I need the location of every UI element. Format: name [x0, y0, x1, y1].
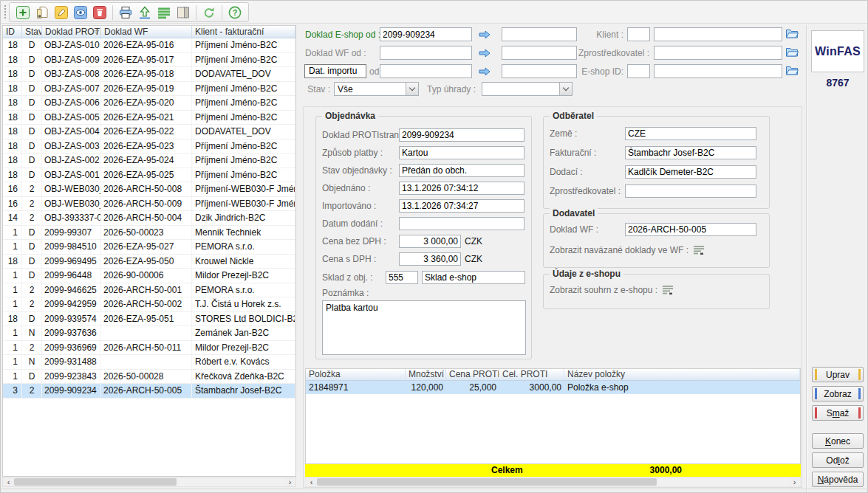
scroll-right-icon[interactable]: › [284, 478, 295, 486]
objednano-input[interactable] [399, 182, 524, 195]
table-row[interactable]: 18 D OBJ-ZAS-010 2026-EZA-95-016 Příjmen… [3, 38, 295, 53]
table-row[interactable]: 18 D OBJ-ZAS-002 2026-EZA-95-024 Příjmen… [3, 154, 295, 168]
sklad-name-input[interactable] [422, 271, 525, 284]
importovano-input[interactable] [399, 199, 524, 213]
delete-icon[interactable] [92, 4, 108, 21]
column-header-nazev-polozky[interactable]: Název položky [564, 369, 800, 380]
items-table-header: Položka Množství Cena PROTI Cel. PROTI N… [306, 369, 800, 381]
table-row[interactable]: 16 2 OBJ-WEB030_ 2026-ARCH-50-009 Příjme… [3, 197, 295, 212]
item-row[interactable]: 21848971 120,000 25,000 3000,00 Položka … [306, 381, 800, 394]
datum-dodani-input[interactable] [399, 217, 524, 230]
column-header-cel-proti[interactable]: Cel. PROTI [499, 369, 564, 380]
table-row[interactable]: 1 2 2099-936969 2026-ARCH-50-011 Mildor … [3, 341, 295, 356]
table-row[interactable]: 1 N 2099-931488 Róbert e.v. Kovács [3, 355, 295, 370]
date-import-selector[interactable]: Dat. importu [304, 64, 366, 78]
filter-eshop-od-input[interactable] [380, 27, 472, 41]
column-header-polozka[interactable]: Položka [306, 369, 406, 380]
klient-code-input[interactable] [627, 27, 650, 41]
table-row[interactable]: 18 D OBJ-ZAS-008 2026-EZA-95-018 DODAVAT… [3, 67, 295, 82]
filter-import-od-input[interactable] [380, 64, 472, 78]
column-header-doklad-proti[interactable]: Doklad PROTI▽ [42, 26, 101, 38]
column-header-id[interactable]: ID [3, 26, 22, 38]
eshop-id-browse-folder-icon[interactable] [785, 64, 800, 76]
cena-s-dph-input[interactable] [399, 252, 461, 266]
columns-icon[interactable] [175, 4, 191, 21]
orders-table: ID Stav Doklad PROTI▽ Doklad WF Klient -… [2, 25, 296, 477]
orders-horizontal-scrollbar[interactable]: ‹ › [2, 477, 296, 487]
sklad-code-input[interactable] [386, 271, 418, 284]
stav-objednavky-input[interactable] [399, 164, 524, 177]
edit-icon[interactable] [53, 4, 69, 21]
help-icon[interactable]: ? [227, 4, 243, 21]
napoveda-button[interactable]: Nápověda [812, 472, 864, 487]
konec-button[interactable]: Konec [812, 433, 864, 449]
zprostredkovatel-input[interactable] [654, 46, 782, 60]
sort-descending-icon: ▽ [95, 27, 99, 38]
table-row[interactable]: 18 D 2099-969495 2026-EZA-95-050 Krouwel… [3, 255, 295, 269]
eshop-id-code-input[interactable] [627, 64, 650, 78]
filter-eshop-id-label: E-shop ID: [550, 65, 623, 78]
zobraz-button[interactable]: Zobraz [812, 386, 864, 401]
table-row[interactable]: 18 D OBJ-ZAS-004 2026-EZA-95-022 DODAVAT… [3, 125, 295, 139]
show-eshop-summary-icon[interactable] [662, 285, 674, 295]
zeme-input[interactable] [625, 127, 756, 140]
table-row[interactable]: 16 2 OBJ-WEB030_ 2026-ARCH-50-008 Příjme… [3, 182, 295, 197]
odloz-button[interactable]: Odlož [812, 452, 864, 468]
show-linked-documents-icon[interactable] [693, 245, 705, 255]
table-row[interactable]: 18 D OBJ-ZAS-001 2026-EZA-95-025 Příjmen… [3, 168, 295, 183]
table-row[interactable]: 18 D OBJ-ZAS-009 2026-EZA-95-017 Příjmen… [3, 53, 295, 68]
uprav-button[interactable]: Uprav [812, 367, 864, 382]
print-icon[interactable] [117, 4, 134, 21]
table-row[interactable]: 18 D 2099-939574 2026-EZA-95-051 STORES … [3, 312, 295, 327]
chevron-down-icon[interactable] [559, 83, 572, 95]
table-row[interactable]: 1 2 2099-946625 2026-ARCH-50-001 PEMORA … [3, 283, 295, 298]
filter-wf-od-input[interactable] [380, 46, 472, 60]
column-header-cena-proti[interactable]: Cena PROTI [446, 369, 499, 380]
items-horizontal-scrollbar[interactable]: ‹ › [305, 477, 801, 487]
poznamka-textarea[interactable]: Platba kartou [322, 300, 526, 355]
refresh-icon[interactable] [201, 4, 217, 21]
toolbar-grip[interactable] [4, 4, 7, 20]
copy-icon[interactable] [34, 4, 50, 21]
table-row[interactable]: 18 D OBJ-ZAS-005 2026-EZA-95-021 Příjmen… [3, 111, 295, 125]
smaz-button[interactable]: Smaž [812, 405, 864, 421]
table-row[interactable]: 18 D OBJ-ZAS-003 2026-EZA-95-023 Příjmen… [3, 139, 295, 154]
customer-zprostredkovatel-input[interactable] [625, 185, 756, 198]
export-icon[interactable] [137, 4, 153, 21]
table-row[interactable]: 1 D 2099-99307 2026-50-00023 Mennik Tech… [3, 226, 295, 241]
add-icon[interactable] [15, 4, 31, 21]
scrollbar-thumb[interactable] [317, 478, 657, 486]
zpusob-platby-input[interactable] [399, 146, 524, 159]
eshop-id-name-input[interactable] [654, 64, 782, 78]
table-row[interactable]: 1 2 2099-942959 2026-ARCH-50-002 T.J. Či… [3, 297, 295, 312]
klient-name-input[interactable] [654, 27, 782, 41]
scroll-left-icon[interactable]: ‹ [306, 478, 317, 486]
table-row[interactable]: 3 2 2099-909234 2026-ARCH-50-005 Štambac… [3, 384, 295, 399]
typ-uhrady-combobox[interactable] [482, 82, 573, 96]
zprostredkovatel-browse-folder-icon[interactable] [785, 46, 800, 58]
table-row[interactable]: 1 N 2099-937636 Zemánek Jan-B2C [3, 326, 295, 341]
stav-combobox[interactable]: Vše [334, 82, 419, 96]
table-row[interactable]: 1 D 2099-984510 2026-EZA-95-027 PEMORA s… [3, 240, 295, 255]
scroll-right-icon[interactable]: › [789, 478, 800, 486]
supplier-doklad-wf-input[interactable] [625, 223, 756, 236]
table-row[interactable]: 1 D 2099-96448 2026-90-00006 Mildor Prez… [3, 269, 295, 283]
column-header-mnozstvi[interactable]: Množství [406, 369, 446, 380]
table-row[interactable]: 18 D OBJ-ZAS-006 2026-EZA-95-020 Příjmen… [3, 96, 295, 111]
fakturacni-input[interactable] [625, 146, 756, 159]
cena-bez-dph-input[interactable] [399, 235, 461, 248]
column-header-doklad-wf[interactable]: Doklad WF [101, 26, 192, 38]
column-header-klient[interactable]: Klient - fakturační [192, 26, 295, 38]
dodaci-input[interactable] [625, 165, 756, 179]
view-icon[interactable] [72, 4, 89, 21]
klient-browse-folder-icon[interactable] [785, 27, 800, 39]
scrollbar-thumb[interactable] [14, 478, 177, 486]
doklad-protistrany-input[interactable] [399, 128, 524, 142]
table-row[interactable]: 18 D OBJ-ZAS-007 2026-EZA-95-019 Příjmen… [3, 82, 295, 97]
table-row[interactable]: 1 D 2099-923843 2026-50-00028 Křečková Z… [3, 370, 295, 385]
chevron-down-icon[interactable] [406, 83, 418, 95]
table-row[interactable]: 14 2 OBJ-393337-0 2026-ARCH-50-004 Dzik … [3, 211, 295, 226]
scroll-left-icon[interactable]: ‹ [3, 478, 14, 486]
list-icon[interactable] [156, 4, 172, 21]
column-header-stav[interactable]: Stav [22, 26, 42, 38]
